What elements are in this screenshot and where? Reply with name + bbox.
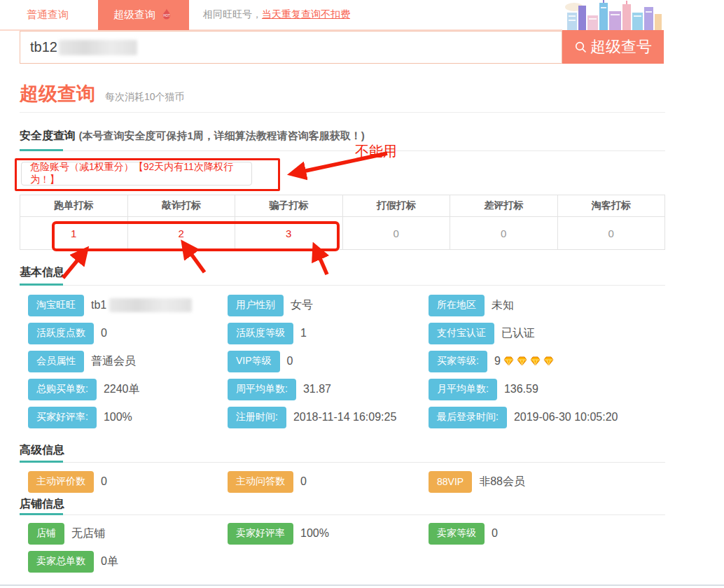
field-label: 卖家总单数 [28, 551, 94, 573]
field-monthly-avg-orders: 月平均单数: 136.59 [429, 375, 700, 403]
city-illustration [564, 0, 664, 31]
security-heading-note: (本号查询安全度可保持1周，详细算法教程请咨询客服获取！) [78, 130, 364, 141]
mark-table-header: 差评打标 [450, 195, 558, 217]
tab-super-query[interactable]: 超级查询 HOT [98, 0, 189, 30]
search-row: tb12 超级查号 [0, 31, 724, 64]
field-shop: 店铺 无店铺 [28, 519, 228, 547]
field-proactive-qa: 主动问答数 0 [228, 468, 429, 496]
field-seller-rating: 卖家好评率 100% [228, 519, 429, 547]
shop-info-grid: 店铺 无店铺 卖家好评率 100% 卖家等级 0 卖家总单数 0单 [28, 519, 700, 575]
field-value: 2018-11-14 16:09:25 [293, 411, 396, 424]
field-label: 卖家好评率 [228, 523, 293, 545]
field-last-login-time: 最后登录时间: 2019-06-30 10:05:20 [429, 403, 700, 431]
danger-account-warning: 危险账号（减1权重分）【92天内有11次降权行为！】 [21, 162, 252, 186]
field-activity-level: 活跃度等级 1 [228, 319, 429, 347]
field-label: 总购买单数: [28, 379, 97, 400]
empty-cell [228, 547, 429, 575]
super-query-button[interactable]: 超级查号 [562, 30, 664, 64]
field-seller-total-orders: 卖家总单数 0单 [28, 547, 228, 575]
annotation-label-unusable: 不能用 [355, 142, 397, 161]
mark-table-value: 2 [127, 217, 235, 250]
danger-account-warning-text: 危险账号（减1权重分）【92天内有11次降权行为！】 [30, 161, 251, 186]
field-alipay-verified: 支付宝认证 已认证 [429, 319, 700, 347]
note-gray: 相同旺旺号， [203, 8, 262, 20]
security-heading-text: 安全度查询 [20, 130, 76, 141]
field-region: 所在地区 未知 [429, 291, 700, 319]
field-label: 淘宝旺旺 [28, 295, 84, 316]
field-label: 所在地区 [429, 295, 485, 316]
mark-table: 跑单打标 敲诈打标 骗子打标 打假打标 差评打标 淘客打标 1 2 3 0 0 … [20, 195, 665, 250]
diamond-icon [530, 356, 541, 366]
hot-flame-icon: HOT [160, 8, 174, 22]
title-row: 超级查询 每次消耗10个猫币 [20, 81, 724, 104]
advanced-info-grid: 主动评价数 0 主动问答数 0 88VIP 非88会员 [28, 468, 700, 496]
tab-super-query-label: 超级查询 [113, 8, 155, 22]
field-seller-level: 卖家等级 0 [429, 519, 700, 547]
security-heading-underline [20, 150, 665, 151]
field-value: 女号 [291, 298, 313, 313]
mark-table-header: 敲诈打标 [127, 195, 235, 217]
page-subtitle: 每次消耗10个猫币 [105, 91, 185, 104]
tab-normal-query[interactable]: 普通查询 [27, 8, 69, 22]
shop-info-heading: 店铺信息 [20, 497, 724, 512]
field-value: 2240单 [104, 382, 140, 397]
repeat-query-note: 相同旺旺号，当天重复查询不扣费 [203, 8, 350, 21]
mark-table-value: 0 [450, 217, 558, 250]
field-value: 9 [494, 355, 554, 368]
empty-cell [429, 547, 700, 575]
diamond-icon [543, 356, 554, 366]
mark-table-value: 0 [557, 217, 665, 250]
field-value: 普通会员 [91, 354, 136, 369]
field-buyer-level: 买家等级: 9 [429, 347, 700, 375]
query-tabbar: 普通查询 超级查询 HOT 相同旺旺号，当天重复查询不扣费 [0, 0, 562, 31]
field-weekly-avg-orders: 周平均单数: 31.87 [228, 375, 429, 403]
field-label: 主动问答数 [228, 471, 293, 493]
field-register-time: 注册时间: 2018-11-14 16:09:25 [228, 403, 429, 431]
shop-info-underline [20, 514, 665, 515]
field-label: 最后登录时间: [429, 407, 507, 428]
note-red: 当天重复查询不扣费 [262, 8, 350, 20]
field-label: 卖家等级 [429, 523, 485, 545]
field-label: 会员属性 [28, 351, 84, 372]
field-label: 买家好评率: [28, 407, 97, 428]
diamond-icon [503, 356, 514, 366]
page-bottom-divider [0, 584, 724, 586]
mark-table-value: 3 [235, 217, 343, 250]
field-value: 0单 [101, 554, 118, 569]
page-title: 超级查询 [20, 81, 95, 106]
diamond-icon [517, 356, 527, 366]
field-label: 活跃度点数 [28, 323, 94, 344]
field-label: 88VIP [429, 471, 472, 493]
field-value: tb1 [91, 298, 192, 312]
search-icon [574, 41, 587, 54]
mark-table-header: 打假打标 [342, 195, 450, 217]
search-input[interactable]: tb12 [20, 31, 562, 64]
field-label: 买家等级: [429, 351, 487, 372]
field-total-orders: 总购买单数: 2240单 [28, 375, 228, 403]
super-query-page: 普通查询 超级查询 HOT 相同旺旺号，当天重复查询不扣费 tb12 超级查号 … [0, 0, 724, 588]
field-activity-points: 活跃度点数 0 [28, 319, 228, 347]
field-88vip: 88VIP 非88会员 [429, 468, 700, 496]
field-value: 1 [300, 327, 307, 340]
mark-table-value: 1 [20, 217, 128, 250]
field-label: 注册时间: [228, 407, 286, 428]
field-value: 0 [101, 327, 107, 340]
title-divider [20, 112, 665, 113]
field-value: 0 [492, 527, 498, 540]
svg-text:HOT: HOT [163, 14, 170, 18]
field-value: 0 [287, 355, 293, 368]
search-input-value: tb12 [30, 39, 57, 55]
basic-info-heading: 基本信息 [20, 265, 724, 281]
field-label: 月平均单数: [429, 379, 497, 400]
field-value: 未知 [492, 298, 514, 313]
field-label: 周平均单数: [228, 379, 296, 400]
advanced-info-underline [20, 462, 665, 463]
field-value: 0 [101, 475, 107, 488]
field-value: 100% [104, 411, 132, 424]
super-query-button-label: 超级查号 [590, 36, 652, 57]
mark-table-header-row: 跑单打标 敲诈打标 骗子打标 打假打标 差评打标 淘客打标 [20, 195, 665, 217]
field-vip-level: VIP等级 0 [228, 347, 429, 375]
field-user-gender: 用户性别 女号 [228, 291, 429, 319]
field-buyer-rating: 买家好评率: 100% [28, 403, 228, 431]
field-value: 100% [300, 527, 329, 540]
